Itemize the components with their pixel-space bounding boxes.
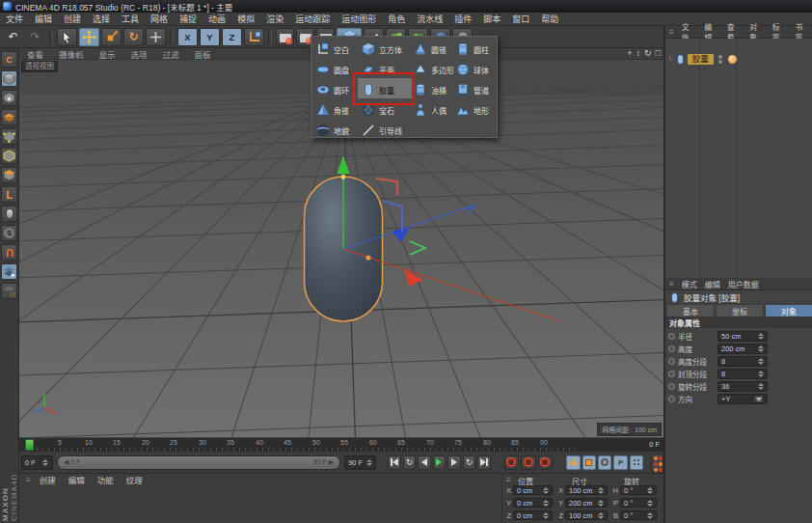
- quantize-button[interactable]: ( ): [1, 283, 17, 299]
- autokey-button[interactable]: [521, 455, 535, 470]
- primitive-item-capsule[interactable]: 胶囊: [362, 80, 394, 99]
- cycle-button[interactable]: ↻: [403, 455, 417, 470]
- undo-button[interactable]: ↶: [3, 28, 23, 46]
- object-tree[interactable]: └ 胶囊: [665, 39, 812, 278]
- spinner[interactable]: [542, 499, 549, 508]
- panel-menu-icon[interactable]: ≡: [665, 280, 678, 289]
- axis-lock-z-button[interactable]: Z: [222, 28, 242, 46]
- spinner[interactable]: [597, 499, 604, 508]
- menu-mograph[interactable]: 运动图形: [336, 13, 382, 25]
- magnet-button[interactable]: U: [1, 244, 17, 261]
- primitive-item-landscape[interactable]: 地形: [456, 100, 489, 120]
- spinner[interactable]: [597, 486, 604, 495]
- last-tool-button[interactable]: [146, 28, 166, 46]
- menu-create[interactable]: 创建: [58, 13, 87, 25]
- snap-button[interactable]: S: [1, 225, 17, 241]
- primitive-item-plane[interactable]: 平面: [362, 60, 394, 79]
- points-mode-button[interactable]: [1, 128, 17, 145]
- radius-handle[interactable]: [365, 255, 370, 260]
- am-menu-edit[interactable]: 编辑: [701, 279, 724, 289]
- mm-menu-edit[interactable]: 编辑: [63, 474, 91, 485]
- rotation-b-field[interactable]: 0 °: [620, 510, 657, 520]
- goto-end-button[interactable]: [477, 455, 491, 470]
- keyframe-circle-icon[interactable]: [668, 358, 675, 365]
- primitive-item-torus[interactable]: 圆环: [316, 80, 349, 99]
- keyframe-circle-icon[interactable]: [668, 345, 675, 352]
- vp-menu-filter[interactable]: 过滤: [155, 48, 187, 60]
- spinner[interactable]: [542, 486, 549, 495]
- size-x-field[interactable]: 100 cm: [565, 485, 608, 495]
- frame-scrubber[interactable]: ◀ 0 F 90 F ▶: [57, 455, 340, 470]
- primitive-item-gem[interactable]: 宝石: [362, 100, 394, 120]
- primitive-item-cube[interactable]: 立方体: [362, 40, 402, 59]
- radius-field[interactable]: 50 cm: [717, 331, 768, 342]
- rotation-h-field[interactable]: 0 °: [620, 485, 657, 495]
- dropdown-arrow-icon[interactable]: [753, 395, 764, 403]
- spinner[interactable]: [597, 511, 604, 520]
- spinner[interactable]: [646, 486, 653, 495]
- panel-menu-icon[interactable]: ≡: [665, 28, 678, 37]
- menu-simulate[interactable]: 模拟: [231, 13, 260, 25]
- spinner[interactable]: [646, 511, 653, 520]
- object-name-capsule[interactable]: 胶囊: [688, 54, 714, 65]
- orbit-icon[interactable]: ↻: [644, 48, 652, 58]
- primitive-item-polygon[interactable]: 多边形: [414, 60, 454, 79]
- menu-edit[interactable]: 编辑: [29, 13, 58, 25]
- primitive-item-null[interactable]: 空白: [316, 40, 349, 59]
- axis-lock-y-button[interactable]: Y: [200, 28, 220, 46]
- vp-menu-options[interactable]: 选项: [123, 48, 155, 60]
- workplane-lock-button[interactable]: [1, 263, 17, 280]
- position-z-field[interactable]: 0 cm: [513, 510, 553, 520]
- menu-select[interactable]: 选择: [87, 13, 116, 25]
- tab-coordinates[interactable]: 坐标: [716, 304, 764, 317]
- spinner[interactable]: [365, 458, 372, 467]
- menu-animate[interactable]: 动画: [203, 13, 231, 25]
- timeline-ruler[interactable]: 0 5 10 15 20 25 30 35 40 45 50 55 60 65 …: [19, 437, 663, 451]
- menu-motion-tracker[interactable]: 运动跟踪: [289, 13, 336, 25]
- model-mode-button[interactable]: [1, 70, 17, 87]
- spinner[interactable]: [757, 344, 764, 353]
- previous-frame-button[interactable]: [418, 455, 431, 470]
- vp-menu-panel[interactable]: 面板: [187, 48, 219, 60]
- rotation-segments-field[interactable]: 36: [717, 381, 768, 392]
- maximize-icon[interactable]: □: [656, 48, 661, 58]
- position-y-field[interactable]: 0 cm: [513, 498, 553, 508]
- menu-render[interactable]: 渲染: [260, 13, 289, 25]
- spinner[interactable]: [757, 357, 764, 366]
- primitive-item-pyramid[interactable]: 角锥: [316, 100, 349, 120]
- live-selection-button[interactable]: [57, 28, 77, 46]
- spinner[interactable]: [757, 370, 764, 378]
- spinner[interactable]: [757, 332, 764, 341]
- enable-axis-button[interactable]: L: [1, 186, 17, 203]
- primitive-item-figure[interactable]: 人偶: [414, 100, 447, 120]
- spinner[interactable]: [42, 458, 49, 467]
- size-y-field[interactable]: 200 cm: [565, 498, 608, 508]
- record-scale-toggle[interactable]: [582, 455, 596, 470]
- primitive-item-relief[interactable]: 地貌: [316, 121, 349, 140]
- mm-menu-create[interactable]: 创建: [34, 474, 62, 485]
- menu-plugins[interactable]: 插件: [448, 13, 477, 25]
- view-label[interactable]: 透视视图: [21, 61, 58, 72]
- menu-tools[interactable]: 工具: [116, 13, 145, 25]
- play-button[interactable]: [433, 455, 447, 470]
- render-visibility-dot[interactable]: [718, 60, 722, 64]
- menu-snap[interactable]: 捕捉: [174, 13, 203, 25]
- panel-menu-icon[interactable]: ≡: [24, 476, 33, 484]
- axis-lock-x-button[interactable]: X: [177, 28, 198, 46]
- redo-button[interactable]: ↷: [25, 28, 45, 46]
- primitive-item-tube[interactable]: 管道: [456, 80, 489, 99]
- dolly-icon[interactable]: ↕: [636, 48, 641, 58]
- height-field[interactable]: 200 cm: [717, 344, 768, 354]
- cap-segments-field[interactable]: 8: [717, 369, 768, 379]
- edges-mode-button[interactable]: [1, 148, 17, 164]
- goto-start-button[interactable]: [388, 455, 401, 470]
- spinner[interactable]: [757, 382, 764, 391]
- keyframe-selection-button[interactable]: [538, 455, 553, 470]
- primitive-item-guide-line[interactable]: 引导线: [362, 121, 402, 140]
- next-frame-button[interactable]: [447, 455, 461, 470]
- primitive-item-sphere[interactable]: 球体: [456, 60, 489, 79]
- menu-file[interactable]: 文件: [0, 13, 29, 25]
- pan-icon[interactable]: +: [627, 48, 632, 58]
- coordinate-system-button[interactable]: [244, 28, 264, 46]
- position-x-field[interactable]: 0 cm: [513, 485, 553, 495]
